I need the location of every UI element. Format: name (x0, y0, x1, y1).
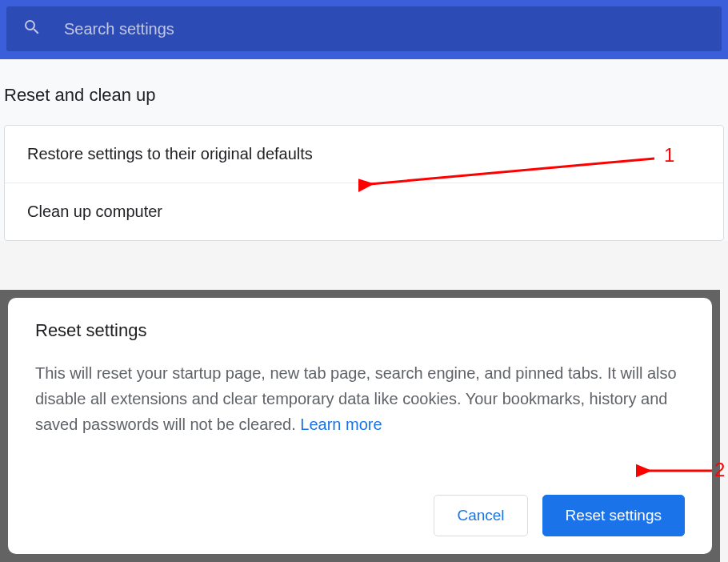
dialog-body: This will reset your startup page, new t… (35, 360, 685, 479)
clean-up-computer-item[interactable]: Clean up computer (5, 183, 723, 240)
reset-settings-dialog: Reset settings This will reset your star… (8, 298, 712, 554)
search-input[interactable] (64, 20, 706, 38)
search-icon (22, 18, 42, 40)
learn-more-link[interactable]: Learn more (300, 415, 382, 433)
modal-backdrop: Reset settings This will reset your star… (0, 290, 720, 562)
dialog-title: Reset settings (35, 320, 685, 341)
content-area: Reset and clean up Restore settings to t… (0, 59, 728, 241)
settings-card: Restore settings to their original defau… (4, 125, 724, 241)
reset-settings-button[interactable]: Reset settings (542, 495, 685, 536)
dialog-actions: Cancel Reset settings (35, 495, 685, 536)
header-bar (0, 0, 728, 59)
section-title: Reset and clean up (0, 59, 728, 125)
cancel-button[interactable]: Cancel (434, 495, 527, 536)
search-container[interactable] (6, 6, 722, 51)
restore-defaults-item[interactable]: Restore settings to their original defau… (5, 126, 723, 183)
